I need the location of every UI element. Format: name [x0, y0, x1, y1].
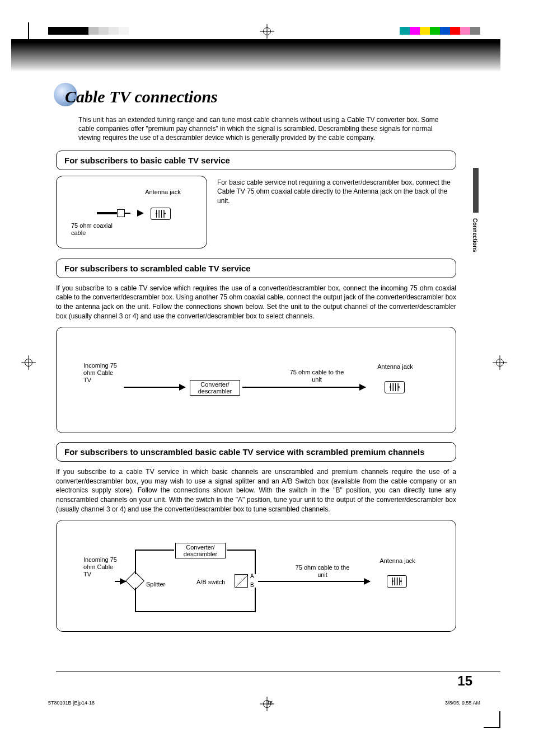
- label-a: A: [250, 573, 254, 580]
- diagram-basic-cable: Antenna jack 75 ohm coaxial cable: [56, 176, 207, 248]
- label-antenna-jack: Antenna jack: [140, 189, 185, 196]
- label-incoming: Incoming 75 ohm Cable TV: [83, 362, 123, 384]
- diagram-splitter-ab: Incoming 75 ohm Cable TV Splitter Conver…: [56, 520, 456, 632]
- label-coax-cable: 75 ohm coaxial cable: [71, 222, 121, 237]
- line: [135, 550, 174, 551]
- label-to-unit: 75 ohm cable to the unit: [292, 564, 353, 579]
- line: [255, 588, 256, 612]
- crop-mark: [499, 711, 500, 728]
- section-paragraph: If you subscribe to a cable TV service i…: [56, 467, 456, 514]
- coax-cable-icon: [97, 209, 130, 217]
- label-antenna-jack: Antenna jack: [378, 557, 417, 565]
- registration-mark-icon: [493, 355, 507, 370]
- page-title: Cable TV connections: [56, 84, 456, 106]
- crop-mark: [28, 22, 29, 39]
- line: [135, 588, 136, 612]
- section-title: For subscribers to basic cable TV servic…: [64, 156, 448, 165]
- header-gradient: [11, 39, 500, 72]
- arrow-line: [124, 387, 185, 388]
- footer-file: 5T80101B [E]p14-18: [48, 700, 95, 706]
- label-splitter: Splitter: [146, 581, 165, 588]
- diagram-scrambled-cable: Incoming 75 ohm Cable TV Converter/ desc…: [56, 327, 456, 433]
- print-footer: 5T80101B [E]p14-18 15 3/8/05, 9:55 AM: [48, 700, 480, 706]
- ab-switch-box: [235, 574, 248, 588]
- section-heading-scrambled: For subscribers to scrambled cable TV se…: [56, 259, 456, 278]
- intro-paragraph: This unit has an extended tuning range a…: [56, 115, 456, 143]
- section-title: For subscribers to scrambled cable TV se…: [64, 264, 448, 273]
- svg-line-0: [236, 575, 247, 586]
- arrow-icon: [137, 210, 144, 217]
- line: [135, 550, 136, 574]
- registration-mark-icon: [260, 24, 274, 39]
- section-heading-unscrambled-premium: For subscribers to unscrambled basic cab…: [56, 442, 456, 462]
- registration-mark-icon: [21, 355, 36, 370]
- crop-mark: [484, 727, 500, 728]
- antenna-jack-icon: [387, 575, 407, 588]
- section-tab-label: Connections: [472, 218, 478, 252]
- converter-box: Converter/ descrambler: [175, 543, 226, 558]
- label-antenna-jack: Antenna jack: [376, 363, 415, 370]
- line: [255, 550, 256, 574]
- section-heading-basic: For subscribers to basic cable TV servic…: [56, 151, 456, 170]
- footer-date: 3/8/05, 9:55 AM: [445, 700, 480, 706]
- label-to-unit: 75 ohm cable to the unit: [286, 369, 348, 383]
- page-content: Connections Cable TV connections This un…: [56, 84, 456, 641]
- title-wrap: Cable TV connections: [56, 84, 456, 112]
- label-b: B: [250, 582, 254, 589]
- arrow-line: [258, 581, 370, 582]
- color-swatch-bar: [400, 27, 480, 35]
- section-tab: Connections: [473, 185, 480, 252]
- footer-rule: [56, 672, 500, 672]
- footer-page: 15: [267, 700, 273, 706]
- arrow-line: [115, 581, 126, 582]
- converter-box: Converter/ descrambler: [190, 380, 240, 396]
- section-paragraph: For basic cable service not requiring a …: [217, 176, 456, 248]
- arrow-line: [242, 387, 366, 388]
- grayscale-swatch-bar: [48, 27, 169, 35]
- line: [227, 550, 255, 551]
- label-incoming: Incoming 75 ohm Cable TV: [83, 556, 123, 579]
- antenna-jack-icon: [151, 208, 171, 220]
- antenna-jack-icon: [385, 381, 405, 393]
- line: [135, 611, 256, 612]
- section-paragraph: If you subscribe to a cable TV service w…: [56, 284, 456, 321]
- page-number: 15: [457, 673, 472, 689]
- label-ab-switch: A/B switch: [196, 579, 225, 586]
- section-title: For subscribers to unscrambled basic cab…: [64, 447, 448, 457]
